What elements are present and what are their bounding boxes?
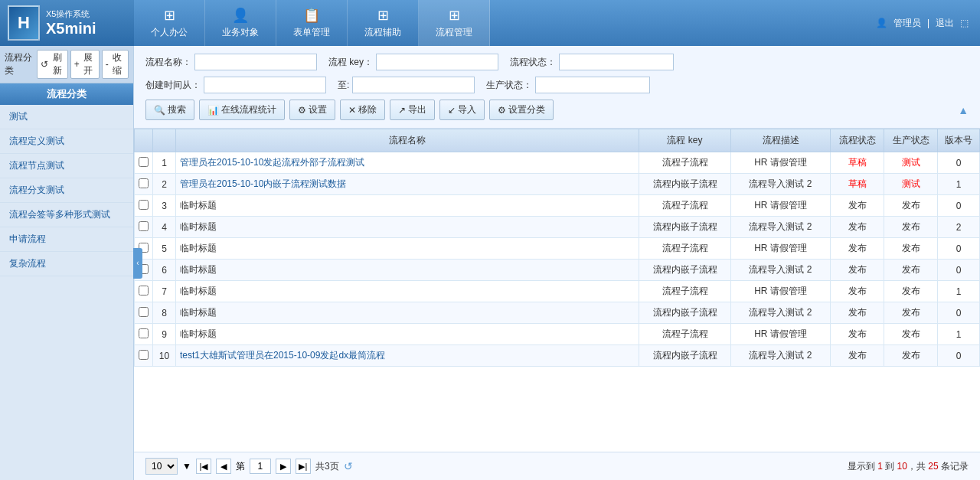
row-status: 草稿 <box>831 152 884 174</box>
sidebar-item-0[interactable]: 测试 <box>0 105 133 129</box>
row-checkbox[interactable] <box>139 307 149 317</box>
first-page-btn[interactable]: |◀ <box>196 459 211 474</box>
row-checkbox[interactable] <box>139 350 149 360</box>
row-status: 发布 <box>831 217 884 238</box>
row-status: 发布 <box>831 345 884 367</box>
export-icon: ↗ <box>398 105 406 116</box>
row-version: 1 <box>938 174 980 195</box>
sidebar-title-bar: 流程分类 ↺ 刷新 + 展开 - 收缩 <box>0 46 133 83</box>
row-checkbox[interactable] <box>139 200 149 210</box>
row-prod: 发布 <box>884 345 938 367</box>
flow-name: 临时标题 <box>180 328 217 339</box>
header-user-area: 👤 管理员 | 退出 ⬚ <box>864 0 980 46</box>
remove-icon: ✕ <box>348 105 356 116</box>
sidebar-item-2[interactable]: 流程节点测试 <box>0 154 133 178</box>
export-button[interactable]: ↗ 导出 <box>390 100 435 120</box>
row-checkbox[interactable] <box>139 286 149 296</box>
row-num: 8 <box>153 302 176 324</box>
row-checkbox[interactable] <box>139 178 149 188</box>
refresh-table-btn[interactable]: ↺ <box>344 460 353 472</box>
name-input[interactable] <box>194 54 317 70</box>
row-num: 9 <box>153 324 176 345</box>
row-desc: 流程导入测试 2 <box>731 260 831 281</box>
flow-link[interactable]: 管理员在2015-10-10发起流程外部子流程测试 <box>180 157 364 168</box>
table-row: 9 临时标题 流程子流程 HR 请假管理 发布 发布 1 <box>135 324 980 345</box>
last-page-btn[interactable]: ▶| <box>296 459 311 474</box>
row-name: 临时标题 <box>176 238 639 260</box>
sidebar-collapse-arrow[interactable]: ‹ <box>133 248 142 279</box>
created-label: 创建时间从： <box>145 79 201 92</box>
sidebar-item-4[interactable]: 流程会签等多种形式测试 <box>0 203 133 227</box>
page-number-input[interactable] <box>250 459 271 474</box>
row-desc: HR 请假管理 <box>731 238 831 260</box>
next-page-btn[interactable]: ▶ <box>276 459 291 474</box>
logout-link[interactable]: 退出 <box>936 17 954 30</box>
sidebar-refresh-btn[interactable]: ↺ 刷新 <box>37 50 67 79</box>
row-prod: 发布 <box>884 281 938 302</box>
nav-item-flow-helper[interactable]: ⊞ 流程辅助 <box>348 0 419 46</box>
flow-link[interactable]: 管理员在2015-10-10内嵌子流程测试数据 <box>180 178 346 189</box>
set-category-button[interactable]: ⚙ 设置分类 <box>489 100 554 120</box>
username: 管理员 <box>893 17 921 30</box>
header: H X5操作系统 X5mini ⊞ 个人办公 👤 业务对象 📋 表单管理 ⊞ 流… <box>0 0 980 46</box>
sidebar-collapse-btn[interactable]: - 收缩 <box>102 50 129 79</box>
online-stat-button[interactable]: 📊 在线流程统计 <box>199 100 285 120</box>
table-row: 6 临时标题 流程内嵌子流程 流程导入测试 2 发布 发布 0 <box>135 260 980 281</box>
flow-helper-label: 流程辅助 <box>364 26 401 39</box>
row-desc: 流程导入测试 2 <box>731 302 831 324</box>
sidebar-expand-btn[interactable]: + 展开 <box>70 50 100 79</box>
sidebar-item-3[interactable]: 流程分支测试 <box>0 178 133 203</box>
row-version: 0 <box>938 152 980 174</box>
collapse-icon: - <box>106 59 109 70</box>
import-button[interactable]: ↙ 导入 <box>439 100 485 120</box>
flow-name: 临时标题 <box>180 200 217 211</box>
flow-link[interactable]: test1大雄斯试管理员在2015-10-09发起dx最简流程 <box>180 350 385 361</box>
flow-name: 临时标题 <box>180 286 217 296</box>
row-version: 0 <box>938 260 980 281</box>
logout-icon: ⬚ <box>960 18 969 28</box>
business-label: 业务对象 <box>222 26 259 39</box>
row-status: 发布 <box>831 260 884 281</box>
table-row: 5 临时标题 流程子流程 HR 请假管理 发布 发布 0 <box>135 238 980 260</box>
nav-item-business[interactable]: 👤 业务对象 <box>205 0 276 46</box>
row-version: 0 <box>938 345 980 367</box>
flow-name: 临时标题 <box>180 243 217 253</box>
row-key: 流程内嵌子流程 <box>639 217 731 238</box>
row-checkbox[interactable] <box>139 157 149 167</box>
sidebar-item-5[interactable]: 申请流程 <box>0 227 133 252</box>
row-key: 流程子流程 <box>639 238 731 260</box>
row-status: 草稿 <box>831 174 884 195</box>
sidebar-item-6[interactable]: 复杂流程 <box>0 252 133 276</box>
row-checkbox[interactable] <box>139 328 149 338</box>
page-size-select[interactable]: 10 20 50 <box>145 458 178 475</box>
created-to-input[interactable] <box>352 77 475 93</box>
row-key: 流程内嵌子流程 <box>639 302 731 324</box>
row-version: 0 <box>938 302 980 324</box>
refresh-icon: ↺ <box>41 59 48 70</box>
nav-item-personal[interactable]: ⊞ 个人办公 <box>134 0 205 46</box>
status-input[interactable] <box>559 54 674 70</box>
row-version: 1 <box>938 281 980 302</box>
nav-item-form[interactable]: 📋 表单管理 <box>276 0 348 46</box>
row-num: 10 <box>153 345 176 367</box>
key-label: 流程 key： <box>328 56 373 69</box>
collapse-up-icon[interactable]: ▲ <box>958 100 969 120</box>
to-label: 至: <box>338 79 349 92</box>
settings-button[interactable]: ⚙ 设置 <box>289 100 335 120</box>
prod-input[interactable] <box>535 77 650 93</box>
remove-button[interactable]: ✕ 移除 <box>340 100 385 120</box>
search-button[interactable]: 🔍 搜索 <box>145 100 194 120</box>
table-row: 3 临时标题 流程子流程 HR 请假管理 发布 发布 0 <box>135 195 980 217</box>
row-checkbox[interactable] <box>139 221 149 231</box>
table-area: 流程名称 流程 key 流程描述 流程状态 生产状态 版本号 1 管理员在201… <box>134 129 980 452</box>
row-num: 1 <box>153 152 176 174</box>
prev-page-btn[interactable]: ◀ <box>216 459 231 474</box>
sidebar-item-1[interactable]: 流程定义测试 <box>0 129 133 154</box>
page-size-unit: ▼ <box>182 461 191 472</box>
row-name: 管理员在2015-10-10内嵌子流程测试数据 <box>176 174 639 195</box>
nav-item-flow-manage[interactable]: ⊞ 流程管理 <box>419 0 490 46</box>
created-from-input[interactable] <box>204 77 326 93</box>
flow-name: 临时标题 <box>180 264 217 275</box>
row-prod: 发布 <box>884 195 938 217</box>
key-input[interactable] <box>376 54 498 70</box>
